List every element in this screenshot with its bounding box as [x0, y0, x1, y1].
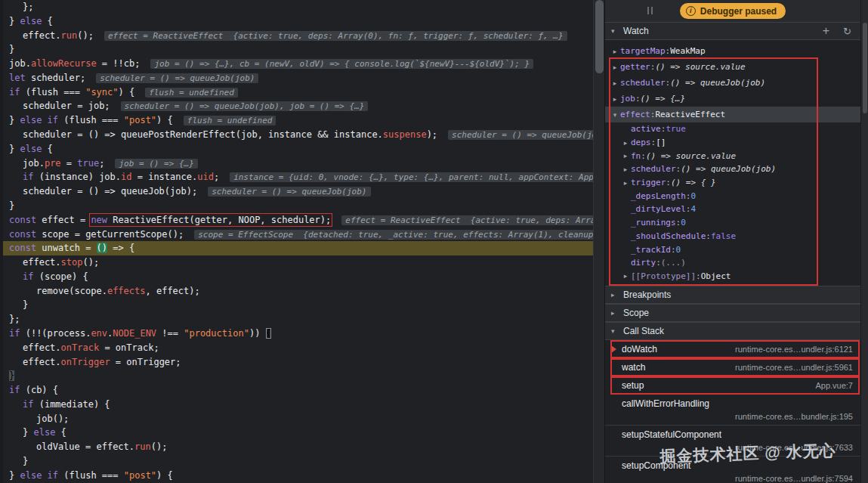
chevron-right-icon[interactable]: ▸ [620, 152, 631, 159]
code-line[interactable]: } else if (flush === "post") {flush = un… [0, 113, 593, 128]
code-token: env [91, 328, 107, 339]
watch-item[interactable]: _dirtyLevel: 4 [605, 203, 860, 216]
add-watch-icon[interactable]: + [823, 25, 829, 37]
code-line[interactable]: job.allowRecurse = !!cb;job = () => {…},… [0, 57, 593, 71]
code-line[interactable]: oldValue = effect.run(); [0, 440, 593, 454]
code-line[interactable]: } else { [0, 14, 593, 29]
callstack-frame[interactable]: setupApp.vue:7 [605, 376, 860, 395]
code-line[interactable]: const effect = new ReactiveEffect(getter… [0, 213, 593, 228]
panel-scrollbar[interactable] [860, 0, 868, 483]
breakpoint-gutter[interactable] [0, 0, 3, 483]
code-scrollbar[interactable] [593, 0, 604, 483]
watch-item[interactable]: ▸job: () => {…} [605, 91, 860, 107]
watch-item[interactable]: ▾effect: ReactiveEffect [605, 107, 860, 122]
code-line[interactable]: if (cb) { [0, 383, 593, 398]
callstack-frame[interactable]: setupComponentruntime-core.es…undler.js:… [605, 457, 860, 483]
code-line[interactable]: } [0, 298, 593, 312]
code-line[interactable]: job(); [0, 412, 593, 426]
chevron-right-icon[interactable]: ▸ [620, 139, 631, 147]
code-token: "production" [184, 328, 249, 339]
code-line[interactable]: const scope = getCurrentScope();scope = … [0, 228, 593, 242]
code-token: (flush === [58, 470, 124, 481]
code-token: let [9, 73, 26, 83]
watch-colon: : [656, 258, 661, 268]
chevron-right-icon[interactable]: ▸ [620, 272, 631, 280]
breakpoints-section-header[interactable]: ▸ Breakpoints [605, 286, 860, 304]
code-line[interactable]: } else { [0, 426, 593, 440]
refresh-icon[interactable]: ↻ [843, 26, 851, 37]
code-scrollbar-thumb[interactable] [595, 0, 604, 73]
code-line[interactable]: let scheduler;scheduler = () => queueJob… [0, 71, 593, 85]
callstack-frame[interactable]: callWithErrorHandlingruntime-core.es…bun… [605, 395, 860, 426]
code-line[interactable]: } [0, 42, 593, 57]
callstack-frame[interactable]: doWatchruntime-core.es…undler.js:6121 [605, 340, 860, 358]
callstack-section-header[interactable]: ▾ Call Stack [605, 322, 860, 340]
code-token: if [23, 271, 33, 282]
chevron-right-icon[interactable]: ▸ [610, 95, 620, 103]
callstack-frame[interactable]: setupStatefulComponentruntime-core.es…un… [605, 426, 860, 457]
scope-section-header[interactable]: ▸ Scope [605, 304, 860, 322]
code-line[interactable]: } else { [0, 142, 593, 156]
code-line[interactable]: effect.onTrigger = onTrigger; [0, 355, 593, 370]
code-line[interactable]: }; [0, 0, 593, 14]
panel-scrollbar-thumb[interactable] [863, 23, 867, 113]
watch-value: () => source.value [646, 151, 736, 161]
code-line[interactable]: effect.onTrack = onTrack; [0, 341, 593, 355]
code-line[interactable]: scheduler = job;scheduler = () => queueJ… [0, 99, 593, 113]
code-line[interactable]: job.pre = true;job = () => {…} [0, 156, 593, 171]
code-token: if [23, 172, 33, 182]
scope-section-title: Scope [623, 308, 649, 318]
code-line[interactable]: remove(scope.effects, effect); [0, 284, 593, 299]
chevron-down-icon[interactable]: ▾ [610, 111, 620, 119]
watch-item[interactable]: _depsLength: 0 [605, 189, 860, 203]
code-line[interactable]: effect.run();effect = ReactiveEffect {ac… [0, 29, 593, 43]
watch-key: deps [631, 138, 651, 147]
watch-section-header[interactable]: ▾ Watch + ↻ [605, 23, 860, 40]
chevron-right-icon[interactable]: ▸ [620, 179, 631, 187]
chevron-down-icon: ▾ [611, 27, 619, 35]
code-token: } [9, 44, 14, 54]
watch-key: effect [620, 110, 650, 119]
code-line[interactable]: scheduler = () => queueJob(job);schedule… [0, 184, 593, 199]
code-line[interactable]: if (flush === "sync") {flush = undefined [0, 85, 593, 100]
chevron-right-icon[interactable]: ▸ [610, 63, 620, 71]
code-line[interactable]: } [0, 454, 593, 469]
frame-location: runtime-core.es…bundler.js:195 [735, 412, 853, 421]
watch-key: _runnings [631, 218, 676, 228]
chevron-right-icon: ▸ [611, 291, 619, 299]
code-line[interactable]: } else if (flush === "post") { [0, 469, 593, 483]
code-token: } [23, 427, 33, 438]
code-line-paused[interactable]: const unwatch = () => { [0, 241, 593, 255]
code-line[interactable]: } [0, 369, 593, 383]
code-line[interactable]: scheduler = () => queuePostRenderEffect(… [0, 128, 593, 142]
watch-item[interactable]: ▸getter: () => source.value [605, 59, 860, 75]
watch-item[interactable]: ▸fn: () => source.value [605, 149, 860, 163]
watch-value: Object [701, 271, 731, 281]
watch-item[interactable]: ▸deps: [] [605, 136, 860, 150]
watch-item[interactable]: active: true [605, 122, 860, 136]
code-editor[interactable]: };} else {effect.run();effect = Reactive… [0, 0, 593, 483]
watch-item[interactable]: ▸[[Prototype]]: Object [605, 270, 860, 283]
callstack-frame[interactable]: watchruntime-core.es…undler.js:5961 [605, 358, 860, 376]
code-line[interactable]: if (instance) job.id = instance.uid;inst… [0, 170, 593, 184]
code-line[interactable]: if (!!(process.env.NODE_ENV !== "product… [0, 327, 593, 341]
chevron-right-icon[interactable]: ▸ [620, 166, 631, 173]
code-token: if [9, 385, 20, 395]
code-token: effect. [23, 357, 61, 367]
code-line[interactable]: }; [0, 312, 593, 327]
code-line[interactable]: if (scope) { [0, 270, 593, 284]
code-line[interactable]: effect.stop(); [0, 255, 593, 270]
watch-item[interactable]: dirty: (...) [605, 256, 860, 270]
code-line[interactable]: } [0, 199, 593, 213]
chevron-right-icon[interactable]: ▸ [610, 79, 620, 87]
watch-item[interactable]: ▸targetMap: WeakMap [605, 43, 860, 59]
watch-item[interactable]: _trackId: 0 [605, 243, 860, 256]
watch-item[interactable]: ▸trigger: () => { } [605, 176, 860, 190]
code-token: (flush === [20, 87, 85, 98]
watch-item[interactable]: _shouldSchedule: false [605, 230, 860, 243]
code-line[interactable]: if (immediate) { [0, 398, 593, 412]
watch-item[interactable]: ▸scheduler: () => queueJob(job) [605, 163, 860, 176]
chevron-right-icon[interactable]: ▸ [610, 48, 620, 55]
watch-item[interactable]: ▸scheduler: () => queueJob(job) [605, 75, 860, 91]
watch-item[interactable]: _runnings: 0 [605, 216, 860, 230]
